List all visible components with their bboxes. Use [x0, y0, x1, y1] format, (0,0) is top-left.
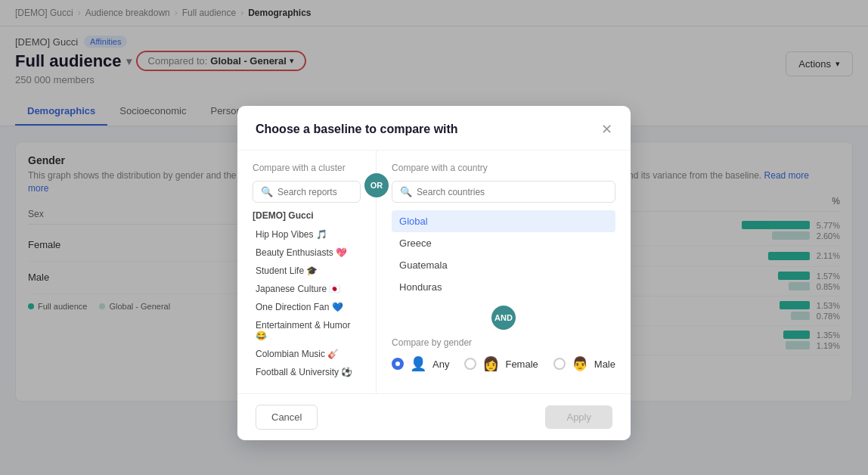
gender-any-label: Any [432, 359, 449, 370]
cluster-item-2[interactable]: Student Life 🎓 [253, 262, 361, 280]
apply-button[interactable]: Apply [545, 405, 612, 417]
cluster-section-title: Compare with a cluster [253, 163, 361, 173]
radio-female[interactable] [464, 358, 476, 370]
cluster-search-wrap: 🔍 [253, 181, 361, 203]
cluster-search-input[interactable] [277, 187, 352, 197]
cluster-item-5[interactable]: Entertainment & Humor 😂 [253, 316, 361, 345]
gender-option-male[interactable]: 👨 Male [553, 355, 615, 372]
gender-options: 👤 Any 👩 Female 👨 Male [392, 355, 615, 372]
cluster-item-7[interactable]: Football & University ⚽ [253, 363, 361, 381]
country-search-wrap: 🔍 [392, 181, 615, 203]
gender-option-any[interactable]: 👤 Any [392, 355, 449, 372]
cancel-button[interactable]: Cancel [256, 405, 318, 417]
cluster-item-4[interactable]: One Direction Fan 💙 [253, 298, 361, 316]
cluster-list: Hip Hop Vibes 🎵 Beauty Enthusiasts 💖 Stu… [253, 225, 361, 381]
modal-title: Choose a baseline to compare with [256, 123, 458, 136]
cluster-item-0[interactable]: Hip Hop Vibes 🎵 [253, 225, 361, 244]
gender-male-label: Male [594, 359, 615, 370]
radio-male[interactable] [553, 358, 566, 370]
or-bubble: OR [364, 173, 389, 197]
cluster-item-3[interactable]: Japanese Culture 🇯🇵 [253, 280, 361, 298]
and-bubble: AND [491, 306, 516, 330]
gender-female-label: Female [505, 359, 538, 370]
country-item-greece[interactable]: Greece [392, 232, 615, 254]
gender-female-icon: 👩 [482, 355, 499, 372]
country-item-guatemala[interactable]: Guatemala [392, 254, 615, 276]
cluster-group-title: [DEMO] Gucci [253, 210, 361, 221]
modal-header: Choose a baseline to compare with ✕ [237, 106, 631, 151]
country-search-icon: 🔍 [400, 186, 412, 197]
gender-section-title: Compare by gender [392, 337, 615, 348]
gender-option-female[interactable]: 👩 Female [464, 355, 538, 372]
country-item-global[interactable]: Global [392, 210, 615, 232]
radio-any[interactable] [392, 358, 404, 370]
gender-male-icon: 👨 [572, 355, 588, 372]
cluster-search-icon: 🔍 [261, 186, 273, 197]
cluster-item-6[interactable]: Colombian Music 🎸 [253, 345, 361, 363]
gender-any-icon: 👤 [410, 355, 426, 372]
cluster-item-1[interactable]: Beauty Enthusiasts 💖 [253, 244, 361, 262]
modal-cluster-section: Compare with a cluster 🔍 [DEMO] Gucci Hi… [237, 151, 377, 393]
modal-body: Compare with a cluster 🔍 [DEMO] Gucci Hi… [237, 151, 631, 393]
country-section-title: Compare with a country [392, 163, 615, 173]
country-list: Global Greece Guatemala Honduras [392, 210, 615, 298]
modal-overlay: Choose a baseline to compare with ✕ Comp… [0, 0, 868, 417]
modal-footer: Cancel Apply [237, 393, 631, 417]
country-search-input[interactable] [417, 187, 607, 197]
country-item-honduras[interactable]: Honduras [392, 276, 615, 298]
baseline-modal: Choose a baseline to compare with ✕ Comp… [237, 106, 631, 417]
modal-close-button[interactable]: ✕ [601, 121, 612, 138]
modal-country-section: Compare with a country 🔍 Global Greece G… [377, 151, 631, 393]
